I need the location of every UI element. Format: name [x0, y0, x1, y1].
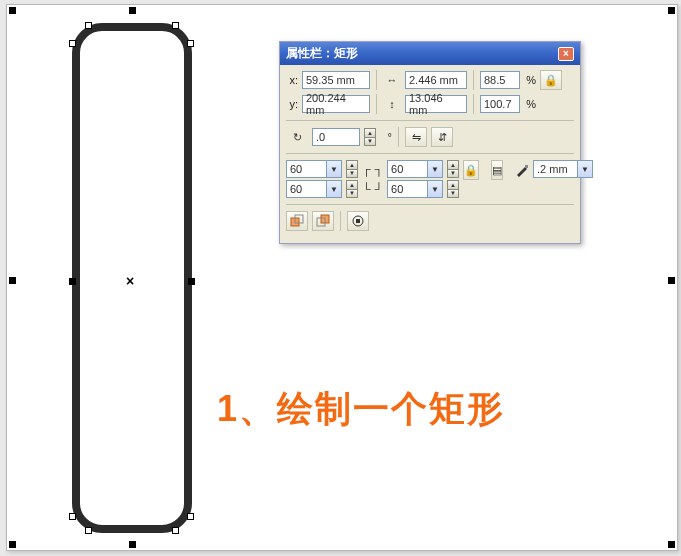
degree-label: °: [380, 131, 392, 143]
text-wrap-icon: ▤: [492, 164, 502, 177]
mirror-horizontal-icon: ⇋: [412, 131, 421, 144]
rotate-icon: ↻: [286, 127, 308, 147]
svg-rect-6: [356, 219, 360, 223]
corner-tr-spinner[interactable]: ▲▼: [447, 160, 459, 178]
corner-bl-spinner[interactable]: ▲▼: [346, 180, 358, 198]
node-handle[interactable]: [172, 22, 179, 29]
outline-pen-icon: [515, 160, 529, 180]
node-handle[interactable]: [85, 527, 92, 534]
properties-panel: 属性栏：矩形 × x: 59.35 mm ↔ 2.446 mm 88.5 % 🔒: [279, 41, 581, 244]
rotation-input[interactable]: .0: [312, 128, 360, 146]
corner-tr-input[interactable]: 60 ▼: [387, 160, 443, 178]
node-handle[interactable]: [85, 22, 92, 29]
corner-bottom-left-icon: └: [362, 182, 371, 196]
selection-handle-shape-ml[interactable]: [69, 278, 76, 285]
convert-to-curves-button[interactable]: [347, 211, 369, 231]
height-input[interactable]: 13.046 mm: [405, 95, 467, 113]
corner-tl-input[interactable]: 60 ▼: [286, 160, 342, 178]
panel-title: 属性栏：矩形: [286, 45, 358, 62]
corner-top-left-icon: ┌: [362, 162, 371, 176]
percent-label2: %: [524, 98, 536, 110]
mirror-vertical-icon: ⇵: [438, 131, 447, 144]
corner-top-right-icon: ┐: [375, 162, 384, 176]
svg-rect-0: [525, 165, 528, 168]
node-handle[interactable]: [187, 40, 194, 47]
dropdown-icon[interactable]: ▼: [427, 180, 443, 198]
instruction-caption: 1、绘制一个矩形: [217, 385, 505, 434]
selection-handle-shape-mr[interactable]: [188, 278, 195, 285]
width-arrow-icon: ↔: [383, 70, 401, 90]
dropdown-icon[interactable]: ▼: [427, 160, 443, 178]
object-center-marker: ×: [126, 273, 134, 289]
node-handle[interactable]: [172, 527, 179, 534]
spin-up-icon[interactable]: ▲: [364, 128, 376, 138]
spin-down-icon[interactable]: ▼: [364, 138, 376, 147]
close-icon: ×: [563, 49, 569, 59]
mirror-vertical-button[interactable]: ⇵: [431, 127, 453, 147]
dropdown-icon[interactable]: ▼: [577, 160, 593, 178]
y-label: y:: [286, 98, 298, 110]
rotation-spinner[interactable]: ▲ ▼: [364, 128, 376, 146]
corner-tl-spinner[interactable]: ▲▼: [346, 160, 358, 178]
selection-handle-bl[interactable]: [9, 541, 16, 548]
width-input[interactable]: 2.446 mm: [405, 71, 467, 89]
mirror-horizontal-button[interactable]: ⇋: [405, 127, 427, 147]
y-position-input[interactable]: 200.244 mm: [302, 95, 370, 113]
selection-handle-mr[interactable]: [668, 277, 675, 284]
to-back-icon: [316, 214, 330, 228]
artboard: × 1、绘制一个矩形 属性栏：矩形 × x: 59.35 mm ↔ 2.446 …: [6, 4, 678, 551]
panel-titlebar[interactable]: 属性栏：矩形 ×: [280, 42, 580, 65]
corner-br-input[interactable]: 60 ▼: [387, 180, 443, 198]
selection-handle-ml[interactable]: [9, 277, 16, 284]
corner-lock-button[interactable]: 🔒: [463, 160, 479, 180]
scale-x-input[interactable]: 88.5: [480, 71, 520, 89]
to-front-icon: [290, 214, 304, 228]
percent-label: %: [524, 74, 536, 86]
selection-handle-tl[interactable]: [9, 7, 16, 14]
corner-bl-input[interactable]: 60 ▼: [286, 180, 342, 198]
height-arrow-icon: ↕: [383, 94, 401, 114]
outline-width-select[interactable]: .2 mm ▼: [533, 160, 593, 178]
selection-handle-br[interactable]: [668, 541, 675, 548]
scale-y-input[interactable]: 100.7: [480, 95, 520, 113]
to-front-button[interactable]: [286, 211, 308, 231]
x-position-input[interactable]: 59.35 mm: [302, 71, 370, 89]
node-handle[interactable]: [69, 513, 76, 520]
lock-icon: 🔒: [544, 74, 558, 87]
dropdown-icon[interactable]: ▼: [326, 160, 342, 178]
selection-handle-bm[interactable]: [129, 541, 136, 548]
corner-lock-icon: 🔒: [464, 164, 478, 177]
text-wrap-button[interactable]: ▤: [491, 160, 503, 180]
node-handle[interactable]: [187, 513, 194, 520]
x-label: x:: [286, 74, 298, 86]
to-curves-icon: [351, 214, 365, 228]
selection-handle-tr[interactable]: [668, 7, 675, 14]
node-handle[interactable]: [69, 40, 76, 47]
to-back-button[interactable]: [312, 211, 334, 231]
lock-aspect-button[interactable]: 🔒: [540, 70, 562, 90]
dropdown-icon[interactable]: ▼: [326, 180, 342, 198]
close-button[interactable]: ×: [558, 47, 574, 61]
corner-bottom-right-icon: ┘: [375, 182, 384, 196]
corner-br-spinner[interactable]: ▲▼: [447, 180, 459, 198]
selection-handle-tm[interactable]: [129, 7, 136, 14]
